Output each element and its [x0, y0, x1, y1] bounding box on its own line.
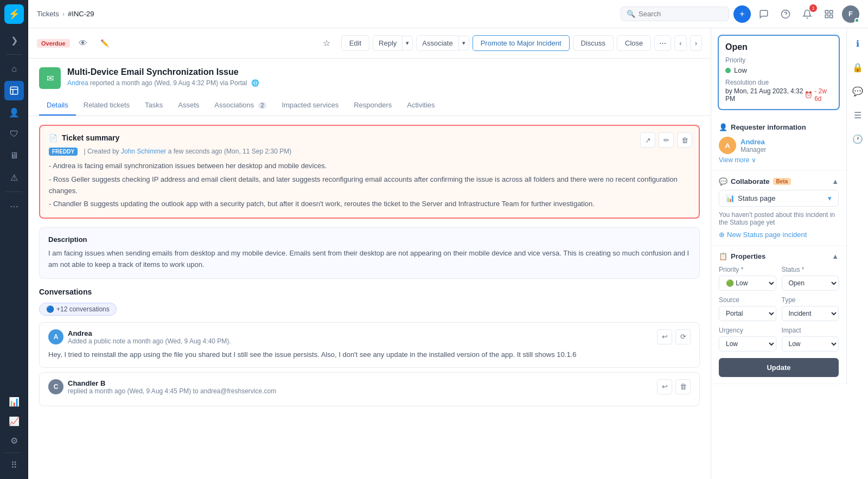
more-conversations-button[interactable]: 🔵 +12 conversations — [39, 303, 117, 316]
priority-select[interactable]: 🟢 Low 🟡 Medium 🔴 High 🚨 Urgent — [719, 276, 776, 291]
tab-assets[interactable]: Assets — [170, 95, 207, 116]
ai-creator-link[interactable]: John Schimmer — [121, 148, 166, 155]
tab-associations[interactable]: Associations 2 — [207, 95, 274, 116]
chat-icon-button[interactable] — [755, 5, 773, 23]
tab-impacted-services[interactable]: Impacted services — [274, 95, 346, 116]
ticket-title-section: ✉ Multi-Device Email Synchronization Iss… — [28, 59, 711, 89]
help-icon-button[interactable] — [777, 5, 794, 23]
breadcrumb-separator: › — [62, 10, 65, 18]
sidebar-item-shield[interactable]: 🛡 — [4, 124, 24, 144]
more-actions-button[interactable]: ⋯ — [654, 35, 671, 51]
tabs: Details Related tickets Tasks Assets Ass… — [28, 95, 711, 116]
reporter-link[interactable]: Andrea — [67, 79, 88, 87]
search-input[interactable] — [639, 10, 714, 18]
svg-rect-0 — [10, 87, 18, 94]
star-button[interactable]: ☆ — [315, 35, 338, 52]
new-incident-label: New Status page incident — [727, 231, 807, 239]
next-ticket-button[interactable]: › — [690, 35, 702, 51]
edit-icon-button[interactable]: ✏️ — [96, 36, 113, 50]
close-button[interactable]: Close — [617, 35, 651, 51]
notifications-button[interactable]: 1 — [799, 5, 816, 23]
app-logo[interactable]: ⚡ — [4, 4, 24, 24]
associate-button[interactable]: Associate — [416, 35, 458, 51]
conv-reply-btn-1[interactable]: ↩ — [657, 379, 672, 394]
description-title: Description — [48, 235, 691, 244]
conv-avatar-1: C — [48, 379, 63, 394]
requester-name[interactable]: Andrea — [741, 138, 766, 146]
new-incident-button[interactable]: ⊕ New Status page incident — [719, 231, 839, 239]
discuss-button[interactable]: Discuss — [573, 35, 614, 51]
prev-ticket-button[interactable]: ‹ — [674, 35, 686, 51]
status-prop: Status * Open Pending Resolved Closed — [782, 266, 839, 291]
sidebar-item-tickets[interactable] — [4, 81, 24, 100]
requester-section-title: Requester information — [731, 123, 806, 131]
impact-select[interactable]: Low Medium High — [782, 336, 839, 352]
rp-clock-icon[interactable]: 🕐 — [849, 130, 866, 148]
resolution-row: by Mon, 21 Aug 2023, 4:32 PM ⏰ - 2w 6d — [725, 87, 832, 103]
ai-summary-content: - Andrea is facing email synchronization… — [49, 161, 690, 210]
tab-responders[interactable]: Responders — [346, 95, 399, 116]
sidebar-item-chart[interactable]: 📊 — [4, 392, 24, 411]
ai-delete-button[interactable]: 🗑 — [677, 132, 692, 148]
sidebar-item-home[interactable]: ⌂ — [4, 59, 24, 79]
rp-list-icon[interactable]: ☰ — [849, 106, 866, 124]
sidebar-item-reports[interactable]: 📈 — [4, 411, 24, 431]
properties-collapse-icon[interactable]: ▲ — [832, 252, 839, 260]
type-select[interactable]: Incident Service Request — [782, 306, 839, 321]
add-button[interactable]: + — [733, 5, 751, 23]
watch-button[interactable]: 👁 — [74, 35, 92, 52]
edit-button[interactable]: Edit — [341, 35, 369, 51]
impact-prop: Impact Low Medium High — [782, 327, 839, 352]
status-page-button[interactable]: 📊 Status page ▾ — [719, 190, 839, 207]
type-prop: Type Incident Service Request — [782, 296, 839, 321]
content: Overdue 👁 ✏️ ☆ Edit Reply ▾ Associate ▾ … — [28, 28, 868, 479]
rp-lock-icon[interactable]: 🔒 — [849, 59, 866, 76]
status-label: Open — [725, 42, 832, 52]
sidebar-item-monitor[interactable]: 🖥 — [4, 146, 24, 165]
collab-title-text: Collaborate — [731, 177, 770, 186]
status-page-icon: 📊 — [726, 194, 735, 202]
urgency-select[interactable]: Low Medium High — [719, 336, 776, 352]
conversations-title: Conversations — [39, 288, 700, 296]
rp-chat-icon[interactable]: 💬 — [849, 82, 866, 100]
breadcrumb-parent[interactable]: Tickets — [37, 10, 59, 18]
sidebar-item-alert[interactable]: ⚠ — [4, 168, 24, 187]
associate-dropdown-button[interactable]: ▾ — [459, 36, 469, 50]
reply-dropdown-button[interactable]: ▾ — [403, 36, 413, 50]
ai-content-line3: - Chandler B suggests updating the outlo… — [49, 199, 690, 210]
rp-info-icon[interactable]: ℹ — [849, 35, 866, 52]
search-bar[interactable]: 🔍 — [621, 7, 729, 21]
ai-content-line2: - Ross Geller suggests checking IP addre… — [49, 174, 690, 197]
header-actions: ☆ Edit Reply ▾ Associate ▾ Promote to Ma… — [315, 35, 702, 52]
status-select[interactable]: Open Pending Resolved Closed — [782, 276, 839, 291]
tab-activities[interactable]: Activities — [399, 95, 442, 116]
promote-button[interactable]: Promote to Major Incident — [473, 35, 570, 51]
status-page-chevron: ▾ — [828, 194, 832, 202]
conv-delete-btn-1[interactable]: 🗑 — [675, 379, 691, 394]
reply-button[interactable]: Reply — [373, 35, 403, 51]
update-button[interactable]: Update — [719, 358, 839, 377]
tab-details[interactable]: Details — [39, 95, 76, 116]
apps-grid-button[interactable] — [820, 5, 838, 23]
ticket-header: Overdue 👁 ✏️ ☆ Edit Reply ▾ Associate ▾ … — [28, 28, 711, 59]
tab-related-tickets[interactable]: Related tickets — [76, 95, 137, 116]
type-prop-label: Type — [782, 296, 839, 304]
urgency-prop: Urgency Low Medium High — [719, 327, 776, 352]
avatar[interactable]: F — [842, 5, 859, 23]
properties-header: 📋 Properties ▲ — [719, 252, 839, 260]
tab-tasks[interactable]: Tasks — [137, 95, 170, 116]
conv-forward-btn-0[interactable]: ⟳ — [675, 329, 691, 344]
sidebar-item-more[interactable]: ⋯ — [4, 196, 24, 216]
freddy-badge: FREDDY — [49, 148, 78, 156]
sidebar-item-settings[interactable]: ⚙ — [4, 431, 24, 450]
view-more-link[interactable]: View more ∨ — [719, 156, 839, 164]
sidebar-item-collapse[interactable]: ❯ — [4, 30, 24, 50]
sidebar: ⚡ ❯ ⌂ 👤 🛡 🖥 ⚠ ⋯ 📊 📈 ⚙ ⠿ — [0, 0, 28, 479]
ai-edit-button[interactable]: ✏ — [659, 132, 674, 148]
sidebar-item-grid[interactable]: ⠿ — [4, 455, 24, 475]
source-select[interactable]: Portal Email Phone — [719, 306, 776, 321]
sidebar-item-contacts[interactable]: 👤 — [4, 103, 24, 122]
conv-reply-btn-0[interactable]: ↩ — [657, 329, 672, 344]
ai-share-button[interactable]: ↗ — [640, 132, 655, 148]
collab-collapse-icon[interactable]: ▲ — [832, 177, 839, 186]
